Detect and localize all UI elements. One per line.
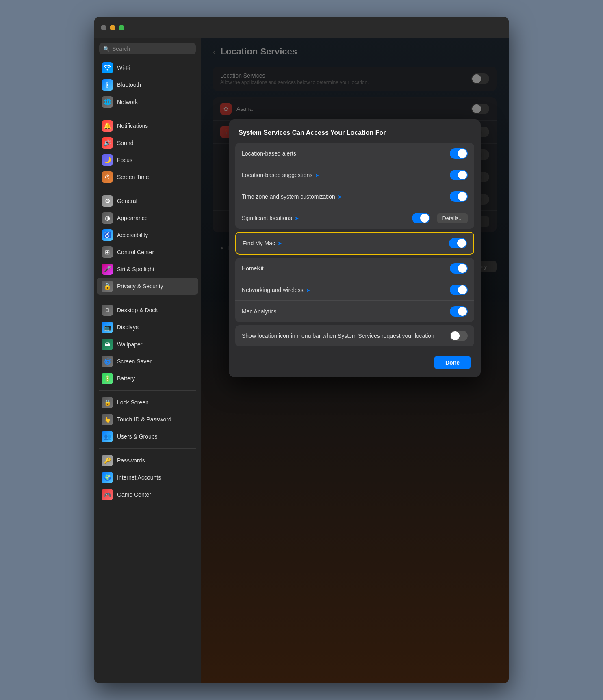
modal-row-mac-analytics: Mac Analytics <box>235 301 474 322</box>
sidebar-item-appearance[interactable]: ◑ Appearance <box>97 210 198 227</box>
find-my-mac-section: Find My Mac ➤ <box>235 232 474 255</box>
gamecenter-icon: 🎮 <box>102 489 113 500</box>
search-icon: 🔍 <box>103 46 110 52</box>
sidebar-label-battery: Battery <box>117 375 135 382</box>
homekit-toggle[interactable] <box>450 263 468 274</box>
separator-4 <box>99 390 196 391</box>
separator-1 <box>99 114 196 114</box>
system-services-modal: System Services Can Access Your Location… <box>229 119 481 377</box>
networking-toggle[interactable] <box>450 285 468 295</box>
mac-analytics-toggle[interactable] <box>450 306 468 317</box>
location-suggestions-arrow: ➤ <box>315 172 319 178</box>
sidebar-item-privacy[interactable]: 🔒 Privacy & Security <box>97 278 198 295</box>
internet-icon: 🌍 <box>102 472 113 483</box>
sidebar-item-screensaver[interactable]: 🌀 Screen Saver <box>97 353 198 370</box>
sidebar-item-lockscreen[interactable]: 🔒 Lock Screen <box>97 394 198 411</box>
timezone-label: Time zone and system customization ➤ <box>242 193 446 200</box>
sidebar-label-bluetooth: Bluetooth <box>117 82 141 88</box>
sidebar-item-wifi[interactable]: Wi-Fi <box>97 59 198 76</box>
search-box[interactable]: 🔍 Search <box>99 43 196 54</box>
sidebar-item-controlcenter[interactable]: ⊞ Control Center <box>97 244 198 261</box>
sidebar-label-sound: Sound <box>117 140 133 146</box>
main-window: 🔍 Search Wi-Fi ᛒ Bluetooth <box>94 17 509 683</box>
battery-icon: 🔋 <box>102 373 113 384</box>
search-placeholder: Search <box>112 45 130 52</box>
accessibility-icon: ♿ <box>102 229 113 241</box>
main-layout: 🔍 Search Wi-Fi ᛒ Bluetooth <box>94 38 509 683</box>
timezone-arrow: ➤ <box>338 194 342 200</box>
titlebar <box>94 17 509 38</box>
find-my-mac-toggle[interactable] <box>449 238 467 248</box>
sidebar-item-network[interactable]: 🌐 Network <box>97 93 198 110</box>
sidebar-item-sound[interactable]: 🔊 Sound <box>97 134 198 151</box>
done-button[interactable]: Done <box>434 356 471 369</box>
sidebar-item-desktop[interactable]: 🖥 Desktop & Dock <box>97 302 198 319</box>
minimize-button[interactable] <box>110 25 115 30</box>
users-icon: 👥 <box>102 431 113 442</box>
network-icon: 🌐 <box>102 96 113 108</box>
content-area: ‹ Location Services Location Services Al… <box>201 38 509 683</box>
find-my-mac-arrow: ➤ <box>278 240 282 246</box>
sidebar-label-siri: Siri & Spotlight <box>117 266 154 272</box>
timezone-toggle[interactable] <box>450 191 468 202</box>
modal-section-2: HomeKit Networking and wireless ➤ Mac An… <box>235 258 474 322</box>
sidebar-item-displays[interactable]: 📺 Displays <box>97 319 198 336</box>
separator-2 <box>99 189 196 189</box>
show-location-section: Show location icon in menu bar when Syst… <box>235 325 474 346</box>
screensaver-icon: 🌀 <box>102 356 113 367</box>
sidebar-label-gamecenter: Game Center <box>117 491 151 498</box>
significant-locations-toggle[interactable] <box>412 213 430 223</box>
sidebar-item-passwords[interactable]: 🔑 Passwords <box>97 452 198 469</box>
show-location-row: Show location icon in menu bar when Syst… <box>235 325 474 346</box>
traffic-lights <box>101 25 124 30</box>
wifi-icon <box>102 62 113 73</box>
maximize-button[interactable] <box>119 25 124 30</box>
modal-row-networking: Networking and wireless ➤ <box>235 279 474 301</box>
sidebar-item-bluetooth[interactable]: ᛒ Bluetooth <box>97 76 198 93</box>
close-button[interactable] <box>101 25 106 30</box>
sidebar-label-accessibility: Accessibility <box>117 232 148 238</box>
sidebar-label-notifications: Notifications <box>117 123 148 129</box>
sidebar-label-displays: Displays <box>117 324 139 331</box>
sidebar-item-accessibility[interactable]: ♿ Accessibility <box>97 227 198 244</box>
sidebar-item-users[interactable]: 👥 Users & Groups <box>97 428 198 445</box>
location-alerts-toggle[interactable] <box>450 148 468 159</box>
modal-overlay: System Services Can Access Your Location… <box>201 38 509 683</box>
sidebar: 🔍 Search Wi-Fi ᛒ Bluetooth <box>94 38 201 683</box>
significant-locations-label: Significant locations ➤ <box>242 215 408 221</box>
sidebar-item-wallpaper[interactable]: 🏔 Wallpaper <box>97 336 198 353</box>
separator-3 <box>99 298 196 298</box>
significant-locations-arrow: ➤ <box>295 215 299 221</box>
sidebar-label-passwords: Passwords <box>117 457 145 464</box>
sidebar-item-focus[interactable]: 🌙 Focus <box>97 151 198 169</box>
sidebar-item-notifications[interactable]: 🔔 Notifications <box>97 117 198 134</box>
touchid-icon: 👆 <box>102 414 113 425</box>
significant-locations-details-btn[interactable]: Details... <box>437 213 468 223</box>
networking-label: Networking and wireless ➤ <box>242 287 446 293</box>
location-alerts-label: Location-based alerts <box>242 150 446 157</box>
sidebar-item-screentime[interactable]: ⏱ Screen Time <box>97 169 198 186</box>
sidebar-label-lockscreen: Lock Screen <box>117 399 149 406</box>
notifications-icon: 🔔 <box>102 120 113 132</box>
modal-footer: Done <box>229 350 481 377</box>
modal-row-homekit: HomeKit <box>235 258 474 279</box>
siri-icon: 🎤 <box>102 264 113 275</box>
sidebar-item-battery[interactable]: 🔋 Battery <box>97 370 198 387</box>
modal-section-1: Location-based alerts Location-based sug… <box>235 143 474 229</box>
sidebar-item-touchid[interactable]: 👆 Touch ID & Password <box>97 411 198 428</box>
sidebar-item-gamecenter[interactable]: 🎮 Game Center <box>97 486 198 503</box>
sidebar-label-users: Users & Groups <box>117 433 158 440</box>
show-location-toggle[interactable] <box>450 331 468 341</box>
modal-header: System Services Can Access Your Location… <box>229 119 481 143</box>
location-suggestions-toggle[interactable] <box>450 170 468 180</box>
modal-title: System Services Can Access Your Location… <box>239 129 471 136</box>
sidebar-label-privacy: Privacy & Security <box>117 283 163 290</box>
sidebar-label-screensaver: Screen Saver <box>117 358 152 365</box>
sidebar-item-general[interactable]: ⚙ General <box>97 192 198 210</box>
homekit-label: HomeKit <box>242 265 446 272</box>
sidebar-item-siri[interactable]: 🎤 Siri & Spotlight <box>97 261 198 278</box>
privacy-icon: 🔒 <box>102 281 113 292</box>
sidebar-item-internet[interactable]: 🌍 Internet Accounts <box>97 469 198 486</box>
sidebar-label-wifi: Wi-Fi <box>117 65 130 71</box>
controlcenter-icon: ⊞ <box>102 246 113 258</box>
